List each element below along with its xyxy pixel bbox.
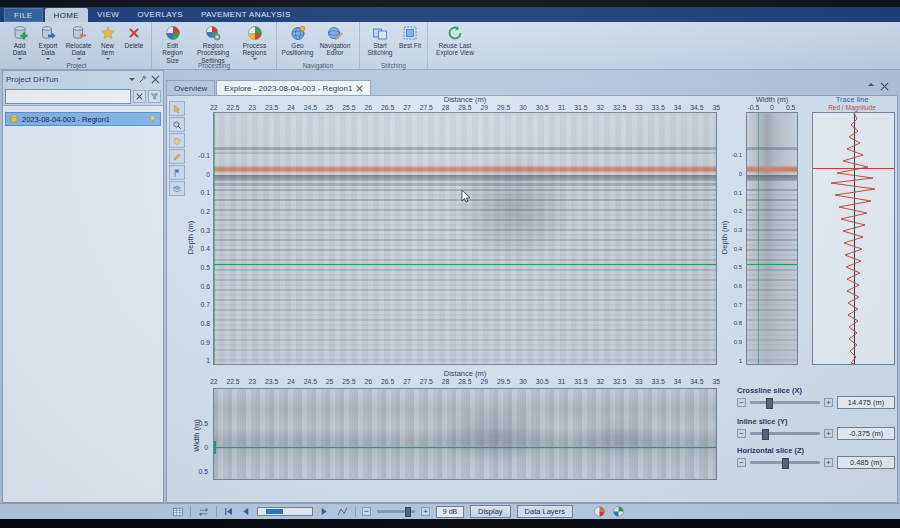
tick-label: 0.5 [781, 104, 800, 111]
relocate-data-button[interactable]: Relocate Data [63, 24, 94, 62]
swap-direction-icon[interactable] [197, 506, 210, 518]
gain-slider-handle[interactable] [405, 507, 411, 517]
crossline-decrement-button[interactable]: − [737, 398, 746, 407]
cursor-arrow-icon [172, 104, 182, 114]
zoom-tool-button[interactable] [169, 117, 185, 132]
geo-positioning-button[interactable]: Geo Positioning [281, 24, 314, 57]
tick-label: 25 [320, 104, 339, 111]
reuse-last-explore-view-button[interactable]: Reuse Last Explore View [432, 24, 478, 57]
table-view-icon[interactable] [172, 506, 184, 518]
mouse-cursor [461, 189, 471, 203]
horizontal-decrement-button[interactable]: − [737, 458, 746, 467]
tick-label: 0 [763, 104, 782, 111]
horizontal-slice-line [747, 264, 797, 265]
layers-status-icon[interactable] [612, 505, 625, 518]
new-item-button[interactable]: New Item [95, 24, 120, 62]
gain-increment-button[interactable]: + [421, 507, 430, 516]
trace-position-scrollbar[interactable] [257, 507, 313, 516]
annotate-tool-button[interactable] [169, 149, 185, 164]
group-label-stitching: Stitching [360, 62, 427, 69]
tick-label: 1 [186, 351, 210, 370]
relocate-data-label: Relocate Data [63, 42, 94, 57]
pan-tool-button[interactable] [169, 133, 185, 148]
display-button[interactable]: Display [470, 505, 511, 518]
tick-label: 0.9 [724, 333, 742, 352]
tab-view[interactable]: VIEW [88, 7, 128, 22]
best-fit-button[interactable]: Best Fit [397, 24, 423, 49]
add-data-button[interactable]: Add Data [6, 24, 33, 62]
tick-label: 32.5 [610, 104, 629, 111]
scrollbar-thumb[interactable] [266, 509, 283, 514]
inline-value-box[interactable]: -0.375 (m) [837, 427, 895, 440]
tab-file[interactable]: FILE [4, 8, 43, 22]
tick-label: 22.5 [223, 104, 242, 111]
tick-label: 0.8 [186, 314, 210, 333]
delete-button[interactable]: Delete [121, 24, 147, 49]
filter-button[interactable] [148, 90, 161, 103]
status-bar: − + 9 dB Display Data Layers [0, 503, 900, 519]
main-radargram-view[interactable] [213, 112, 717, 365]
search-input[interactable] [5, 89, 131, 104]
process-regions-icon [247, 25, 263, 41]
trace-line-view[interactable] [812, 112, 895, 365]
gain-slider-track[interactable] [377, 510, 415, 513]
tree-item-region1[interactable]: 2023-08-04-003 - Region1 [5, 112, 161, 126]
crossline-value-box[interactable]: 14.475 (m) [837, 396, 895, 409]
horizontal-slider-track[interactable] [750, 461, 820, 464]
close-tab-icon[interactable] [356, 85, 363, 92]
plan-slice-view[interactable] [213, 388, 717, 480]
edit-region-size-button[interactable]: Edit Region Size [156, 24, 189, 64]
inline-slider-track[interactable] [750, 432, 820, 435]
start-stitching-button[interactable]: Start Stitching [364, 24, 396, 57]
tick-label: 0.6 [724, 277, 742, 296]
tick-label: 26 [359, 104, 378, 111]
horizontal-increment-button[interactable]: + [824, 458, 833, 467]
pin-icon[interactable] [138, 74, 148, 84]
region-processing-settings-button[interactable]: Region Processing Settings [190, 24, 236, 64]
flag-tool-button[interactable] [169, 165, 185, 180]
tab-home[interactable]: HOME [45, 8, 89, 22]
crossline-slider-track[interactable] [750, 401, 820, 404]
navigation-editor-button[interactable]: Navigation Editor [315, 24, 355, 57]
chevron-down-icon[interactable] [129, 78, 135, 84]
process-regions-button[interactable]: Process Regions [237, 24, 272, 62]
step-back-icon[interactable] [240, 506, 251, 517]
crossline-slice-line [214, 113, 215, 364]
processing-status-icon[interactable] [593, 505, 606, 518]
tab-explore-region1[interactable]: Explore - 2023-08-04-003 - Region1 [216, 80, 371, 95]
tick-label: 34.5 [687, 378, 706, 385]
crossline-slice-view[interactable] [746, 112, 798, 365]
gain-value-box[interactable]: 9 dB [436, 506, 464, 518]
tab-pavement-analysis[interactable]: PAVEMENT ANALYSIS [192, 7, 300, 22]
close-view-icon[interactable] [880, 82, 889, 91]
clear-search-button[interactable] [133, 90, 146, 103]
tick-label: 33 [629, 378, 648, 385]
region-processing-settings-label: Region Processing Settings [190, 42, 236, 64]
inline-decrement-button[interactable]: − [737, 429, 746, 438]
inline-slider-handle[interactable] [762, 429, 769, 440]
gain-decrement-button[interactable]: − [362, 507, 371, 516]
radar-anomaly [454, 153, 574, 263]
layers-tool-button[interactable] [169, 181, 185, 196]
inline-increment-button[interactable]: + [824, 429, 833, 438]
crossline-increment-button[interactable]: + [824, 398, 833, 407]
horizontal-value-box[interactable]: 0.485 (m) [837, 456, 895, 469]
select-tool-button[interactable] [169, 101, 185, 116]
crossline-slider-handle[interactable] [766, 398, 773, 409]
dropdown-caret-icon [46, 58, 50, 62]
tab-overlays[interactable]: OVERLAYS [128, 7, 192, 22]
skip-back-icon[interactable] [223, 506, 234, 517]
recycle-icon [447, 25, 463, 41]
tick-label: -0.1 [186, 146, 210, 165]
collapse-chevron-icon[interactable] [868, 80, 874, 86]
data-layers-button[interactable]: Data Layers [517, 505, 573, 518]
close-panel-icon[interactable] [151, 75, 160, 84]
slice-width-axis-title: Width (m) [740, 95, 804, 104]
route-profile-icon[interactable] [336, 506, 349, 518]
export-data-button[interactable]: Export Data [34, 24, 62, 62]
step-forward-icon[interactable] [319, 506, 330, 517]
tab-overview[interactable]: Overview [166, 80, 215, 95]
tick-label: 24 [281, 104, 300, 111]
horizontal-slider-handle[interactable] [782, 458, 789, 469]
tick-label: 0.6 [186, 277, 210, 296]
